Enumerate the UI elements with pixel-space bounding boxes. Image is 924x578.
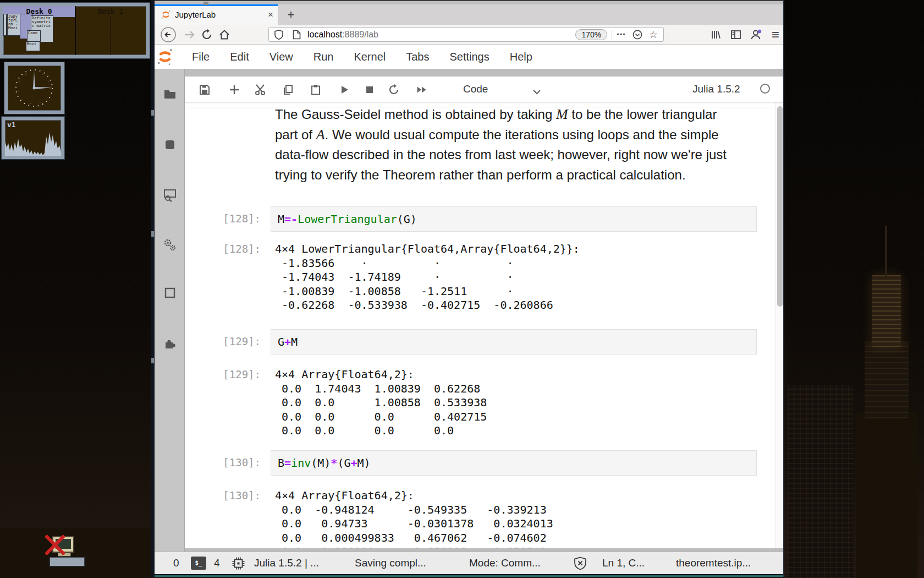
kernel-status-icon[interactable] <box>760 84 770 94</box>
extension-manager-icon[interactable] <box>162 336 178 352</box>
cursor-position[interactable]: Ln 1, C... <box>602 557 645 569</box>
pager-mini-window[interactable] <box>3 14 7 36</box>
new-tab-button[interactable]: + <box>283 7 299 23</box>
sidebars-icon[interactable] <box>728 26 744 43</box>
execution-count: [128]: <box>206 243 261 255</box>
pager-desk-1-label: Desk 1 <box>75 6 146 17</box>
notebook-scroll-area[interactable]: The Gauss-Seidel method is obtained by t… <box>185 102 783 548</box>
command-palette-icon[interactable] <box>162 187 178 203</box>
code-token: M <box>278 212 284 226</box>
interrupt-kernel-icon[interactable] <box>363 83 376 96</box>
add-cell-icon[interactable] <box>228 83 241 96</box>
terminal-count[interactable]: 4 <box>214 557 220 569</box>
code-token: (G <box>337 456 350 470</box>
monitor-label: v1 <box>7 121 16 129</box>
menu-edit[interactable]: Edit <box>230 51 249 63</box>
account-icon[interactable] <box>747 26 764 43</box>
kernel-chip-icon[interactable] <box>232 557 245 570</box>
window-frame-top[interactable] <box>151 0 784 4</box>
page-info-icon[interactable] <box>293 30 301 40</box>
paste-cells-icon[interactable] <box>309 83 322 96</box>
home-button[interactable] <box>216 26 233 43</box>
reload-button[interactable] <box>199 26 215 43</box>
kernel-name-label[interactable]: Julia 1.5.2 <box>692 83 740 95</box>
browser-nav-bar: localhost:8889/lab 170% ••• ☆ ≡ <box>155 25 783 45</box>
file-browser-icon[interactable] <box>162 86 178 102</box>
cell-code[interactable]: B=inv(M)*(G+M) <box>271 451 756 470</box>
skyline-spire <box>885 226 887 278</box>
url-text[interactable]: localhost:8889/lab <box>307 30 378 40</box>
running-sessions-icon[interactable] <box>162 137 178 152</box>
cell-type-dropdown[interactable]: Code <box>463 83 488 95</box>
menu-file[interactable]: File <box>192 51 210 63</box>
tab-close-button[interactable]: × <box>268 9 273 20</box>
kernel-status-text[interactable]: Julia 1.5.2 | ... <box>254 557 319 569</box>
tracking-shield-icon[interactable] <box>274 30 283 40</box>
restart-kernel-icon[interactable] <box>387 83 400 96</box>
window-frame-right[interactable] <box>783 0 784 577</box>
code-token-op: + <box>284 335 291 348</box>
execution-count: [129]: <box>206 335 261 347</box>
copy-cells-icon[interactable] <box>282 83 295 96</box>
desktop-pager[interactable]: Desk 0 JupyterLab - Mozi Definite symmet… <box>0 3 150 58</box>
pager-mini-window[interactable]: Mozi <box>26 41 40 51</box>
url-divider <box>612 30 612 39</box>
hamburger-menu-icon[interactable]: ≡ <box>767 26 784 43</box>
menu-view[interactable]: View <box>270 51 293 63</box>
page-actions-icon[interactable]: ••• <box>617 30 626 39</box>
code-token-op: * <box>331 456 337 470</box>
cell-editor[interactable]: M=-LowerTriangular(G) <box>271 206 757 232</box>
open-tabs-icon[interactable] <box>162 285 178 301</box>
library-icon[interactable] <box>707 26 724 43</box>
menu-settings[interactable]: Settings <box>449 51 489 63</box>
cell-output-text: 4×4 Array{Float64,2}: 0.0 -0.948124 -0.5… <box>275 489 553 548</box>
menu-run[interactable]: Run <box>314 51 334 63</box>
kernel-busy-count[interactable]: 0 <box>173 557 179 569</box>
menu-help[interactable]: Help <box>510 51 532 63</box>
terminal-icon[interactable]: $_ <box>191 557 206 570</box>
notebook-filename: theoremtest.ip... <box>676 557 751 569</box>
back-button[interactable] <box>160 26 177 43</box>
save-icon[interactable] <box>198 83 211 96</box>
skyline-building <box>788 385 854 578</box>
mode-indicator[interactable]: Mode: Comm... <box>469 557 541 569</box>
menu-items: File Edit View Run Kernel Tabs Settings … <box>192 51 532 63</box>
pager-desk-1[interactable]: Desk 1 <box>75 6 146 55</box>
property-inspector-icon[interactable] <box>162 237 178 253</box>
cell-editor[interactable]: G+M <box>271 329 757 355</box>
icon-title-bar[interactable] <box>50 557 85 566</box>
scrollbar-thumb[interactable] <box>777 106 783 307</box>
pocket-icon[interactable] <box>632 30 642 40</box>
run-cell-icon[interactable] <box>338 83 351 96</box>
cell-code[interactable]: M=-LowerTriangular(G) <box>271 207 756 226</box>
zoom-level-badge[interactable]: 170% <box>575 29 607 40</box>
window-frame-left[interactable] <box>151 0 155 577</box>
cell-output-text: 4×4 LowerTriangular{Float64,Array{Float6… <box>275 242 580 313</box>
forward-button[interactable] <box>181 26 197 43</box>
chevron-down-icon[interactable] <box>530 85 543 99</box>
notebook-toolbar: Code Julia 1.5.2 <box>185 77 783 102</box>
pager-desk-0[interactable]: Desk 0 JupyterLab - Mozi Definite symmet… <box>3 6 76 55</box>
left-sidebar <box>155 69 185 552</box>
bookmark-star-icon[interactable]: ☆ <box>649 29 658 41</box>
markdown-text: to be the lower triangular <box>568 107 717 122</box>
tab-title: JupyterLab <box>175 10 263 19</box>
notebook-scrollbar[interactable] <box>776 102 783 548</box>
window-frame-bottom <box>151 574 784 577</box>
markdown-cell[interactable]: The Gauss-Seidel method is obtained by t… <box>275 105 732 185</box>
pager-mini-window[interactable]: JupyterLab - Mozi <box>7 14 20 36</box>
cell-code[interactable]: G+M <box>271 330 756 349</box>
code-token-op: + <box>350 456 357 470</box>
run-all-icon[interactable] <box>416 83 429 96</box>
cell-editor[interactable]: B=inv(M)*(G+M) <box>271 450 757 476</box>
code-token-fn: inv <box>291 456 311 470</box>
browser-tab-jupyterlab[interactable]: JupyterLab × <box>155 4 278 25</box>
skyline-tower-mid <box>865 341 909 418</box>
code-token: B <box>278 456 284 470</box>
menu-kernel[interactable]: Kernel <box>354 51 386 63</box>
inline-math: A <box>316 127 325 143</box>
cut-cells-icon[interactable] <box>254 83 267 96</box>
url-bar[interactable]: localhost:8889/lab 170% ••• ☆ <box>268 27 664 42</box>
menu-tabs[interactable]: Tabs <box>406 51 429 63</box>
trust-shield-icon[interactable] <box>574 557 587 570</box>
